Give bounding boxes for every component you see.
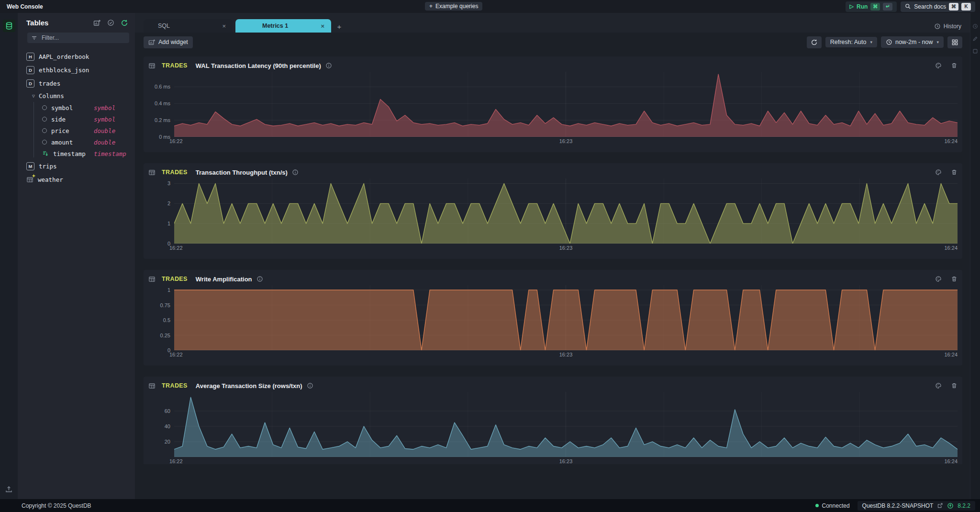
close-icon[interactable]: × — [221, 22, 227, 30]
widget-table-name[interactable]: TRADES — [162, 276, 188, 282]
y-axis-label: 1 — [167, 221, 170, 226]
tab-sql[interactable]: SQL × — [144, 19, 233, 33]
columns-toggle[interactable]: ▽ Columns — [18, 90, 135, 102]
x-axis-label: 16:23 — [559, 245, 573, 251]
y-axis-label: 3 — [167, 180, 170, 186]
table-name: weather — [38, 176, 63, 183]
area-chart[interactable] — [174, 285, 958, 350]
chevron-down-icon: ▾ — [936, 40, 939, 45]
questdb-logo[interactable] — [3, 20, 15, 32]
time-range-dropdown[interactable]: now-2m - now ▾ — [881, 36, 944, 48]
left-rail — [0, 13, 18, 499]
topbar: Web Console + Example queries ▷ Run ⌘ ↵ … — [0, 0, 980, 13]
external-link-icon[interactable] — [937, 502, 943, 509]
table-row-ethblocks_json[interactable]: Dethblocks_json — [18, 63, 135, 77]
refresh-tables-icon[interactable] — [121, 19, 128, 27]
trash-icon[interactable] — [951, 382, 958, 389]
grid-layout-button[interactable] — [947, 36, 962, 48]
x-axis-label: 16:24 — [944, 138, 958, 144]
trash-icon[interactable] — [951, 276, 958, 282]
metric-widget-3: TRADES Write Amplification 00.250.50.751 — [144, 270, 962, 366]
clock-icon[interactable] — [972, 23, 978, 29]
widget-table-name[interactable]: TRADES — [162, 62, 188, 69]
palette-icon[interactable] — [935, 382, 942, 389]
add-metrics-icon[interactable] — [93, 19, 101, 27]
column-row-amount[interactable]: amountdouble — [18, 136, 135, 148]
y-axis-label: 2 — [167, 200, 170, 206]
y-axis-label: 0.25 — [160, 333, 170, 338]
grid-icon — [951, 39, 958, 46]
add-tab-button[interactable]: + — [333, 20, 345, 33]
table-row-trades[interactable]: Dtrades — [18, 77, 135, 90]
table-row-AAPL_orderbook[interactable]: HAAPL_orderbook — [18, 50, 135, 63]
check-circle-icon[interactable] — [107, 19, 114, 26]
palette-icon[interactable] — [935, 276, 942, 282]
app-title: Web Console — [7, 3, 43, 10]
y-axis-label: 0.6 ms — [155, 84, 170, 89]
column-type: symbol — [94, 104, 128, 111]
right-rail — [970, 13, 980, 499]
import-icon[interactable] — [5, 485, 13, 493]
table-type-badge: D — [26, 66, 34, 74]
refresh-mode-dropdown[interactable]: Refresh: Auto ▾ — [825, 37, 877, 48]
pencil-icon[interactable] — [972, 36, 978, 42]
version-badge: 8.2.2 — [958, 502, 970, 509]
widget-title: Write Amplification — [196, 276, 252, 283]
palette-icon[interactable] — [935, 62, 942, 69]
add-widget-button[interactable]: Add widget — [144, 36, 193, 48]
table-icon — [148, 382, 156, 390]
table-type-badge: M — [26, 162, 34, 170]
update-available-icon[interactable] — [947, 502, 954, 509]
info-icon[interactable] — [325, 62, 332, 69]
y-axis: 204060 — [148, 392, 174, 464]
info-icon[interactable] — [256, 276, 263, 282]
x-axis: 16:22 16:23 16:24 — [174, 244, 958, 252]
trash-icon[interactable] — [951, 169, 958, 176]
column-row-side[interactable]: sidesymbol — [18, 113, 135, 125]
info-icon[interactable] — [292, 169, 299, 176]
column-dot-icon — [42, 128, 47, 133]
x-axis-label: 16:22 — [169, 245, 183, 251]
x-axis-label: 16:23 — [559, 458, 573, 464]
widget-table-name[interactable]: TRADES — [162, 169, 188, 176]
version-label: QuestDB 8.2.2-SNAPSHOT — [862, 502, 934, 509]
panel-icon[interactable] — [972, 48, 978, 54]
column-name: side — [51, 116, 66, 123]
trash-icon[interactable] — [951, 62, 958, 69]
search-icon — [905, 3, 911, 10]
filter-input[interactable] — [27, 33, 129, 43]
info-icon[interactable] — [307, 382, 313, 389]
refresh-button[interactable] — [807, 36, 822, 48]
table-row-trips[interactable]: Mtrips — [18, 159, 135, 173]
enter-key-badge: ↵ — [883, 3, 892, 11]
y-axis-label: 0.5 — [163, 317, 170, 323]
version-info[interactable]: QuestDB 8.2.2-SNAPSHOT 8.2.2 — [858, 501, 975, 511]
cmd-key-badge: ⌘ — [870, 3, 880, 11]
palette-icon[interactable] — [935, 169, 942, 176]
column-row-price[interactable]: pricedouble — [18, 125, 135, 136]
table-icon — [148, 169, 156, 176]
metrics-toolbar: Add widget Refresh: Auto ▾ now-2m - now — [135, 33, 970, 52]
column-type: timestamp — [94, 150, 128, 157]
history-button[interactable]: History — [934, 23, 961, 30]
copyright: Copyright © 2025 QuestDB — [22, 502, 91, 509]
example-queries-button[interactable]: + Example queries — [425, 2, 482, 11]
run-button[interactable]: ▷ Run ⌘ ↵ — [846, 1, 897, 12]
close-icon[interactable]: × — [320, 22, 325, 30]
table-name: trips — [39, 163, 57, 170]
materialized-star-icon — [32, 174, 36, 178]
column-row-timestamp[interactable]: timestamptimestamp — [18, 148, 135, 159]
table-row-weather[interactable]: weather — [18, 173, 135, 186]
area-chart[interactable] — [174, 392, 958, 457]
filter-text-field[interactable] — [41, 34, 125, 42]
column-row-symbol[interactable]: symbolsymbol — [18, 102, 135, 113]
tab-metrics[interactable]: Metrics 1 × — [235, 19, 331, 33]
x-axis-label: 16:23 — [559, 138, 573, 144]
column-type: double — [94, 127, 128, 134]
widget-table-name[interactable]: TRADES — [162, 382, 188, 389]
area-chart[interactable] — [174, 72, 958, 137]
x-axis-label: 16:22 — [169, 138, 183, 144]
search-docs-button[interactable]: Search docs ⌘ K — [901, 1, 975, 12]
area-chart[interactable] — [174, 178, 958, 244]
y-axis-label: 20 — [165, 439, 170, 445]
